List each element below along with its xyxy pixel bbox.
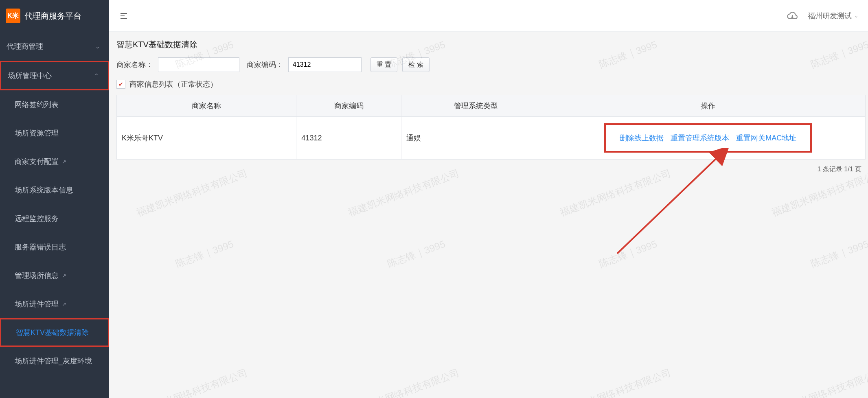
watermark-text: 福建凯米网络科技有限公司 <box>346 366 461 398</box>
sidebar-item-network-contracts[interactable]: 网络签约列表 <box>0 90 109 119</box>
watermark-text: 陈志锋｜3995 <box>174 237 235 270</box>
merchant-code-input[interactable] <box>288 57 362 72</box>
sidebar-item-label: 场所进件管理_灰度环境 <box>15 356 92 366</box>
sidebar-item-label: 场所系统版本信息 <box>15 185 73 195</box>
col-merchant-name: 商家名称 <box>117 95 296 117</box>
cell-merchant-code: 41312 <box>296 117 401 160</box>
watermark-text: 福建凯米网络科技有限公司 <box>135 366 250 398</box>
brand-title: 代理商服务平台 <box>24 11 81 22</box>
external-link-icon: ↗ <box>62 273 66 279</box>
sidebar: K米 代理商服务平台 代理商管理 ⌄ 场所管理中心 ⌃ 网络签约列表 场所资源管… <box>0 0 109 398</box>
sidebar-item-remote-monitor[interactable]: 远程监控服务 <box>0 204 109 233</box>
sidebar-item-venue-entry-mgmt[interactable]: 场所进件管理 ↗ <box>0 290 109 318</box>
search-button[interactable]: 检 索 <box>402 57 429 72</box>
brand-logo: K米 <box>6 9 20 23</box>
table-header-row: 商家名称 商家编码 管理系统类型 操作 <box>117 95 866 117</box>
watermark-text: 陈志锋｜3995 <box>386 237 447 270</box>
chevron-down-icon: ⌄ <box>854 13 858 19</box>
main: 福州研发测试 ⌄ 陈志锋｜3995 陈志锋｜3995 陈志锋｜3995 陈志锋｜… <box>109 0 868 398</box>
sidebar-item-label: 场所资源管理 <box>15 128 59 138</box>
sidebar-group-label: 场所管理中心 <box>8 71 52 81</box>
sidebar-item-ktv-data-clear[interactable]: 智慧KTV基础数据清除 <box>0 318 109 347</box>
content: 陈志锋｜3995 陈志锋｜3995 陈志锋｜3995 陈志锋｜3995 福建凯米… <box>109 32 868 398</box>
sidebar-item-venue-entry-gray[interactable]: 场所进件管理_灰度环境 <box>0 347 109 375</box>
op-reset-gateway-mac[interactable]: 重置网关MAC地址 <box>736 134 796 142</box>
watermark-text: 福建凯米网络科技有限公司 <box>770 366 868 398</box>
sidebar-group-label: 代理商管理 <box>7 42 43 51</box>
sidebar-item-venue-resources[interactable]: 场所资源管理 <box>0 119 109 147</box>
pager: 1 条记录 1/1 页 <box>116 160 866 179</box>
list-header: ✔ 商家信息列表（正常状态） <box>116 79 866 89</box>
table-row: K米乐哥KTV 41312 通娱 删除线上数据 重置管理系统版本 重置网关MAC… <box>117 117 866 160</box>
sidebar-item-label: 智慧KTV基础数据清除 <box>16 328 89 337</box>
sidebar-item-label: 网络签约列表 <box>15 100 59 109</box>
brand: K米 代理商服务平台 <box>0 0 109 32</box>
pager-text: 1 条记录 1/1 页 <box>818 165 861 174</box>
search-row: 商家名称： 商家编码： 重 置 检 索 <box>116 57 866 72</box>
watermark-text: 陈志锋｜3995 <box>809 237 868 270</box>
reset-button[interactable]: 重 置 <box>370 57 397 72</box>
sidebar-item-venue-info-mgmt[interactable]: 管理场所信息 ↗ <box>0 261 109 290</box>
page-title: 智慧KTV基础数据清除 <box>116 39 866 50</box>
watermark-text: 陈志锋｜3995 <box>597 237 659 270</box>
operations-highlight: 删除线上数据 重置管理系统版本 重置网关MAC地址 <box>604 123 812 153</box>
sidebar-item-server-error-log[interactable]: 服务器错误日志 <box>0 233 109 261</box>
data-table: 商家名称 商家编码 管理系统类型 操作 K米乐哥KTV 41312 通娱 删除线… <box>116 95 866 160</box>
external-link-icon: ↗ <box>62 301 66 307</box>
op-reset-system-version[interactable]: 重置管理系统版本 <box>671 134 729 142</box>
cell-merchant-name: K米乐哥KTV <box>117 117 296 160</box>
sidebar-item-label: 服务器错误日志 <box>15 242 66 252</box>
watermark-text: 福建凯米网络科技有限公司 <box>558 366 673 398</box>
sidebar-item-label: 场所进件管理 <box>15 299 59 309</box>
list-title: 商家信息列表（正常状态） <box>129 79 217 89</box>
sidebar-item-label: 远程监控服务 <box>15 214 59 223</box>
cell-system-type: 通娱 <box>401 117 551 160</box>
chevron-down-icon: ⌄ <box>95 43 100 50</box>
sidebar-item-label: 管理场所信息 <box>15 271 59 280</box>
cell-operations: 删除线上数据 重置管理系统版本 重置网关MAC地址 <box>551 117 865 160</box>
merchant-name-input[interactable] <box>158 57 239 72</box>
list-icon: ✔ <box>116 80 125 89</box>
cloud-download-icon[interactable] <box>787 10 798 22</box>
sidebar-collapse-icon[interactable] <box>119 11 129 21</box>
user-dropdown[interactable]: 福州研发测试 ⌄ <box>808 11 858 21</box>
sidebar-item-label: 商家支付配置 <box>15 157 59 166</box>
sidebar-item-venue-system-version[interactable]: 场所系统版本信息 <box>0 176 109 204</box>
sidebar-item-merchant-pay-config[interactable]: 商家支付配置 ↗ <box>0 147 109 176</box>
col-system-type: 管理系统类型 <box>401 95 551 117</box>
topbar: 福州研发测试 ⌄ <box>109 0 868 32</box>
col-merchant-code: 商家编码 <box>296 95 401 117</box>
op-delete-online-data[interactable]: 删除线上数据 <box>620 134 664 142</box>
sidebar-group-venue-center[interactable]: 场所管理中心 ⌃ <box>0 61 109 90</box>
col-operations: 操作 <box>551 95 865 117</box>
external-link-icon: ↗ <box>62 159 66 165</box>
sidebar-group-agent-mgmt[interactable]: 代理商管理 ⌄ <box>0 32 109 61</box>
user-name: 福州研发测试 <box>808 11 852 21</box>
chevron-up-icon: ⌃ <box>94 72 99 79</box>
merchant-code-label: 商家编码： <box>247 60 283 70</box>
merchant-name-label: 商家名称： <box>116 60 153 70</box>
